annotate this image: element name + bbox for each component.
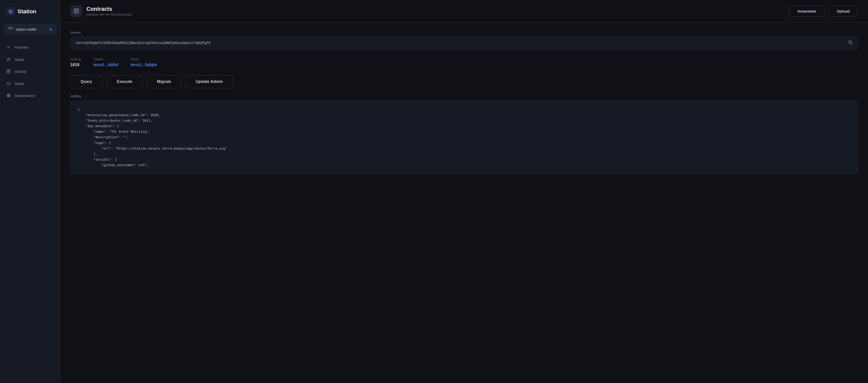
admin-label: Admin [131,58,157,61]
search-button[interactable] [848,40,853,46]
svg-rect-6 [7,95,8,97]
contracts-icon [73,8,80,14]
activity-icon [6,69,11,74]
wallet-icon [8,27,13,31]
instantiate-button[interactable]: Instantiate [789,6,825,17]
initmsg-section: InitMsg { "enterprise_governance_code_id… [70,94,858,174]
search-box [70,36,858,50]
chart-icon [6,45,11,50]
search-section: Search [70,31,858,50]
admin-group: Admin terra1...5qfgfe [131,58,157,67]
update-admin-button[interactable]: Update Admin [186,75,233,88]
header-actions: Instantiate Upload [789,6,858,17]
page-header: Contracts Interface with the Terra block… [60,0,868,22]
execute-button[interactable]: Execute [106,75,143,88]
sidebar-item-activity[interactable]: Activity [2,66,58,77]
action-buttons: Query Execute Migrate Update Admin [70,75,858,88]
upload-button[interactable]: Upload [829,6,858,17]
sidebar-item-portfolio[interactable]: Portfolio [2,42,58,53]
code-id-value: 1619 [70,63,82,67]
svg-point-14 [849,41,852,44]
creator-group: Creator terra1...ldj0sf [93,58,119,67]
page-title: Contracts [86,6,132,12]
search-label: Search [70,31,858,34]
sidebar: Station station-wallet Portfolio [0,0,60,383]
svg-line-15 [851,43,852,45]
sidebar-label-stake: Stake [14,82,24,86]
swap-icon [6,57,11,62]
logo-text: Station [18,8,36,15]
sidebar-label-swap: Swap [14,57,24,62]
admin-value[interactable]: terra1...5qfgfe [131,63,157,67]
main-content: Contracts Interface with the Terra block… [60,0,868,383]
sidebar-label-governance: Governance [14,93,35,98]
svg-rect-7 [8,95,9,97]
initmsg-box: { "enterprise_governance_code_id": 1620,… [70,100,858,174]
sidebar-label-activity: Activity [14,69,27,73]
wallet-status-dot [50,28,52,30]
sidebar-label-portfolio: Portfolio [14,45,28,50]
logo: Station [0,0,60,24]
sidebar-item-stake[interactable]: Stake [2,78,58,89]
code-id-label: Code ID [70,58,82,61]
governance-icon [6,93,11,98]
svg-rect-8 [9,95,10,97]
sidebar-item-swap[interactable]: Swap [2,54,58,65]
contracts-content: Search Code ID 1619 Creator terra1...ldj… [60,23,868,182]
search-input[interactable] [75,41,848,45]
code-id-group: Code ID 1619 [70,58,82,67]
contracts-icon-box [70,5,82,17]
main-nav: Portfolio Swap Activity [0,42,60,101]
wallet-name: station-wallet [16,27,47,31]
stake-icon [6,81,11,86]
migrate-button[interactable]: Migrate [147,75,182,88]
header-left: Contracts Interface with the Terra block… [70,5,132,17]
header-title-block: Contracts Interface with the Terra block… [86,6,132,16]
sidebar-item-governance[interactable]: Governance [2,90,58,101]
page-subtitle: Interface with the Terra blockchain [86,13,132,16]
wallet-selector[interactable]: station-wallet [4,24,56,35]
creator-label: Creator [93,58,119,61]
logo-icon [6,7,15,16]
search-icon [848,40,853,45]
contract-info: Code ID 1619 Creator terra1...ldj0sf Adm… [70,56,858,69]
initmsg-label: InitMsg [70,94,858,98]
initmsg-content: { "enterprise_governance_code_id": 1620,… [78,107,851,168]
creator-value[interactable]: terra1...ldj0sf [93,63,119,67]
query-button[interactable]: Query [70,75,102,88]
